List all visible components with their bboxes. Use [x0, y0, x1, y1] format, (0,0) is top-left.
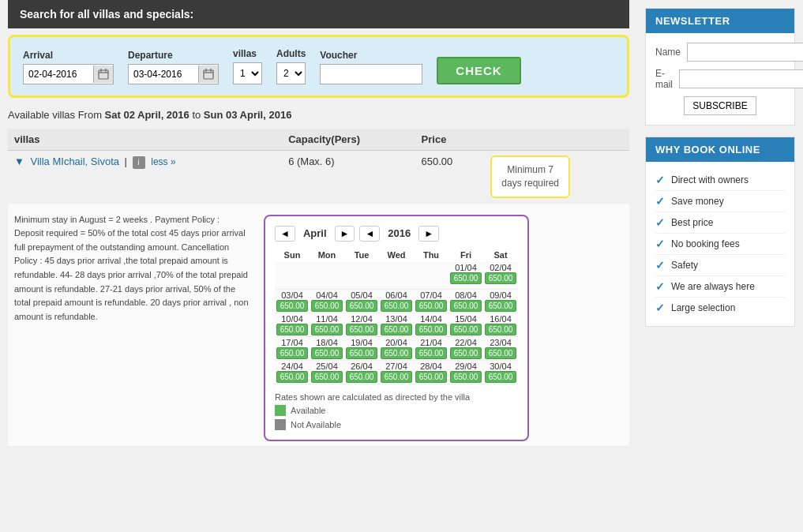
voucher-input[interactable] — [320, 64, 422, 84]
cal-price-label: 650.00 — [485, 347, 516, 359]
cal-day-cell[interactable]: 14/04 650.00 — [414, 313, 448, 336]
cal-price-label: 650.00 — [450, 300, 482, 312]
voucher-field: Voucher — [320, 50, 422, 84]
cal-date-label: 17/04 — [281, 338, 303, 347]
cal-date-label: 30/04 — [490, 362, 512, 371]
cal-day-cell — [344, 262, 379, 290]
departure-input[interactable]: 03-04-2016 — [129, 65, 198, 84]
cal-price-label: 650.00 — [346, 324, 377, 335]
villas-field: villas 12345 — [233, 48, 262, 84]
cal-day-cell[interactable]: 24/04 650.00 — [275, 360, 310, 384]
cal-day-cell[interactable]: 02/04 650.00 — [483, 262, 518, 290]
cal-day-cell — [414, 262, 448, 290]
cal-day-cell[interactable]: 25/04 650.00 — [310, 360, 344, 384]
cal-price-label: 650.00 — [381, 300, 412, 312]
cal-day-cell[interactable]: 13/04 650.00 — [379, 313, 414, 336]
cal-date-label: 03/04 — [281, 290, 303, 300]
cal-date-label: 12/04 — [351, 314, 373, 324]
why-item: ✓Safety — [655, 255, 785, 276]
cal-date-label: 05/04 — [351, 290, 373, 300]
calendar-grid: SunMonTueWedThuFriSat 01/04 650.00 02/04… — [275, 248, 518, 384]
cal-day-cell[interactable]: 29/04 650.00 — [448, 360, 483, 384]
cal-date-label: 06/04 — [385, 290, 407, 300]
cal-day-cell[interactable]: 17/04 650.00 — [275, 336, 310, 360]
cal-price-label: 650.00 — [381, 324, 412, 335]
less-link[interactable]: less » — [151, 156, 175, 167]
why-item: ✓Save money — [655, 191, 785, 212]
cal-price-label: 650.00 — [311, 371, 343, 383]
cal-day-cell[interactable]: 05/04 650.00 — [344, 289, 379, 313]
calendar-section: ◄ April ► ◄ 2016 ► SunMonTueWedThuFr — [264, 215, 529, 441]
legend-unavailable-label: Not Available — [291, 420, 341, 429]
cal-day-cell[interactable]: 20/04 650.00 — [379, 336, 414, 360]
cal-day-cell[interactable]: 10/04 650.00 — [275, 313, 310, 336]
cal-day-cell[interactable]: 19/04 650.00 — [344, 336, 379, 360]
cal-date-label: 15/04 — [455, 314, 477, 324]
next-year-btn[interactable]: ► — [418, 226, 439, 242]
next-month-btn[interactable]: ► — [335, 226, 355, 242]
subscribe-button[interactable]: SUBSCRIBE — [684, 96, 756, 115]
prev-month-btn[interactable]: ◄ — [275, 226, 295, 242]
unavailable-color-box — [275, 419, 286, 430]
cal-day-cell[interactable]: 15/04 650.00 — [448, 313, 483, 336]
checkmark-icon: ✓ — [655, 174, 665, 186]
cal-day-cell[interactable]: 27/04 650.00 — [379, 360, 414, 384]
cal-day-cell[interactable]: 12/04 650.00 — [344, 313, 379, 336]
cal-week-row: 01/04 650.00 02/04 650.00 — [275, 262, 518, 290]
departure-field: Departure 03-04-2016 — [128, 50, 219, 84]
cal-week-row: 03/04 650.00 04/04 650.00 05/04 650.00 0… — [275, 289, 518, 313]
why-item-label: Safety — [671, 260, 698, 271]
cal-day-cell[interactable]: 04/04 650.00 — [310, 289, 344, 313]
search-header: Search for all villas and specials: — [8, 0, 629, 28]
cal-day-cell[interactable]: 11/04 650.00 — [310, 313, 344, 336]
cal-day-cell[interactable]: 16/04 650.00 — [483, 313, 518, 336]
name-input[interactable] — [687, 43, 803, 62]
cal-week-row: 24/04 650.00 25/04 650.00 26/04 650.00 2… — [275, 360, 518, 384]
cal-day-cell[interactable]: 30/04 650.00 — [483, 360, 518, 384]
departure-calendar-btn[interactable] — [198, 66, 218, 83]
voucher-label: Voucher — [320, 50, 422, 61]
check-button[interactable]: CHECK — [437, 57, 520, 84]
arrival-input[interactable]: 02-04-2016 — [24, 65, 93, 84]
cal-day-cell[interactable]: 03/04 650.00 — [275, 289, 310, 313]
cal-day-cell[interactable]: 07/04 650.00 — [414, 289, 448, 313]
cal-date-label: 14/04 — [420, 314, 442, 324]
cal-day-cell[interactable]: 26/04 650.00 — [344, 360, 379, 384]
arrival-label: Arrival — [23, 50, 114, 61]
email-input[interactable] — [679, 69, 803, 88]
cal-day-cell[interactable]: 09/04 650.00 — [483, 289, 518, 313]
cal-day-cell[interactable]: 18/04 650.00 — [310, 336, 344, 360]
villa-name-link[interactable]: Villa MIchail, Sivota — [31, 155, 119, 167]
info-icon[interactable]: i — [133, 156, 145, 169]
checkmark-icon: ✓ — [655, 195, 665, 208]
cal-day-cell[interactable]: 08/04 650.00 — [448, 289, 483, 313]
adults-select-wrap: 123456 — [276, 62, 306, 84]
arrival-calendar-btn[interactable] — [93, 66, 113, 83]
why-header: WHY BOOK ONLINE — [646, 137, 794, 162]
cal-date-label: 25/04 — [316, 362, 338, 371]
prev-year-btn[interactable]: ◄ — [359, 226, 380, 242]
cal-day-header: Wed — [379, 248, 414, 262]
cal-price-label: 650.00 — [276, 371, 308, 383]
cal-price-label: 650.00 — [276, 300, 308, 312]
cal-date-label: 29/04 — [455, 362, 477, 371]
villa-min-days: Minimum 7 days required — [484, 151, 629, 204]
cal-day-cell[interactable]: 06/04 650.00 — [379, 289, 414, 313]
cal-date-label: 10/04 — [281, 314, 303, 324]
cal-day-cell[interactable]: 23/04 650.00 — [483, 336, 518, 360]
table-row: ▼ Villa MIchail, Sivota | i less » 6 (Ma… — [8, 151, 629, 204]
why-list: ✓Direct with owners✓Save money✓Best pric… — [646, 162, 794, 326]
villas-select[interactable]: 12345 — [233, 62, 262, 84]
cal-day-cell[interactable]: 28/04 650.00 — [414, 360, 448, 384]
cal-day-cell[interactable]: 22/04 650.00 — [448, 336, 483, 360]
why-item: ✓Large selection — [655, 298, 785, 318]
cal-date-label: 13/04 — [385, 314, 407, 324]
adults-select[interactable]: 123456 — [276, 62, 306, 84]
cal-day-header: Tue — [344, 248, 379, 262]
why-item: ✓Best price — [655, 212, 785, 234]
cal-day-cell[interactable]: 01/04 650.00 — [448, 262, 483, 290]
cal-day-cell[interactable]: 21/04 650.00 — [414, 336, 448, 360]
cal-date-label: 09/04 — [490, 290, 512, 300]
cal-price-label: 650.00 — [346, 371, 377, 383]
why-item-label: We are always here — [671, 281, 755, 292]
